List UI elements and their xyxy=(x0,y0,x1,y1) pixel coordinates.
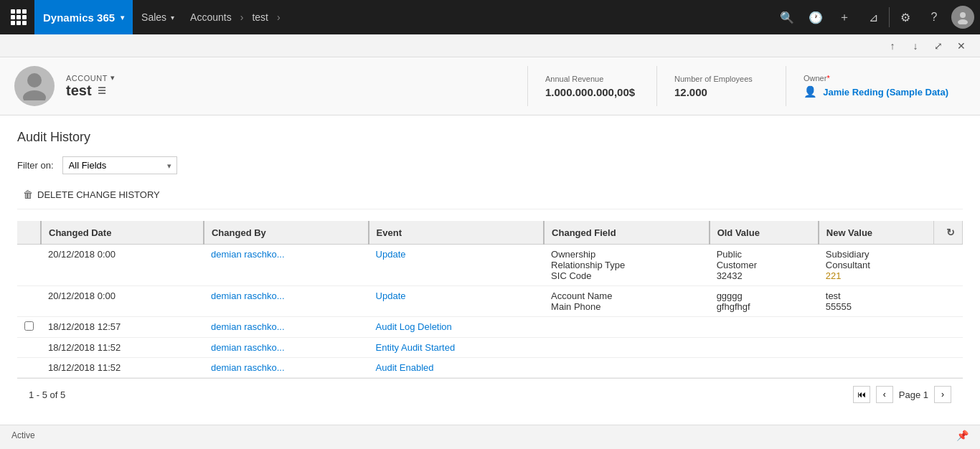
changed-date-cell: 18/12/2018 11:52 xyxy=(41,338,204,358)
event-cell: Entity Audit Started xyxy=(369,338,545,358)
expand-btn[interactable]: ⤢ xyxy=(928,36,948,56)
filter-select-wrap: All Fields Changed By Changed Date Event… xyxy=(62,156,177,174)
owner-link[interactable]: Jamie Reding (Sample Data) xyxy=(823,87,948,98)
help-btn[interactable]: ? xyxy=(920,0,948,34)
status-text: Active xyxy=(11,430,35,440)
employees-value: 12.000 xyxy=(674,86,768,98)
audit-history-title: Audit History xyxy=(17,130,963,145)
changed-field-cell xyxy=(544,338,710,358)
changed-date-cell: 20/12/2018 0:00 xyxy=(41,245,204,286)
add-btn[interactable]: ＋ xyxy=(830,0,859,34)
old-value-cell xyxy=(710,317,819,338)
old-value-col-header: Old Value xyxy=(710,221,819,245)
audit-table-body: 20/12/2018 0:00 demian raschko... Update… xyxy=(17,245,963,378)
event-link[interactable]: Update xyxy=(376,249,406,260)
prev-page-btn[interactable]: ‹ xyxy=(876,386,893,403)
event-link[interactable]: Entity Audit Started xyxy=(376,342,456,353)
changed-by-cell: demian raschko... xyxy=(204,245,369,286)
user-icon xyxy=(956,10,970,24)
scroll-down-btn[interactable]: ↓ xyxy=(905,36,925,56)
entity-avatar xyxy=(14,66,55,106)
breadcrumb-test[interactable]: test xyxy=(248,11,273,23)
breadcrumb: Accounts › test › xyxy=(183,11,288,23)
old-value-cell xyxy=(710,338,819,358)
toolbar-row: 🗑 DELETE CHANGE HISTORY xyxy=(17,186,963,209)
changed-by-link[interactable]: demian raschko... xyxy=(211,342,285,353)
header-metrics: Annual Revenue 1.000.000.000,00$ Number … xyxy=(527,66,966,106)
event-link[interactable]: Audit Log Deletion xyxy=(376,321,452,332)
new-value-sic: 221 xyxy=(826,270,842,281)
search-btn[interactable]: 🔍 xyxy=(773,0,801,34)
changed-field-cell xyxy=(544,317,710,338)
entity-menu-icon[interactable]: ☰ xyxy=(98,85,106,96)
row-checkbox[interactable] xyxy=(24,321,34,331)
app-name-label: Dynamics 365 xyxy=(43,11,115,24)
event-link[interactable]: Audit Enabled xyxy=(376,362,434,373)
event-col-header: Event xyxy=(369,221,545,245)
svg-point-1 xyxy=(958,19,968,24)
pagination: ⏮ ‹ Page 1 › xyxy=(853,386,951,403)
user-avatar[interactable] xyxy=(951,6,974,29)
delete-btn-label: DELETE CHANGE HISTORY xyxy=(37,189,160,200)
employees-metric: Number of Employees 12.000 xyxy=(656,66,786,106)
owner-person-icon: 👤 xyxy=(804,85,817,98)
next-page-btn[interactable]: › xyxy=(934,386,951,403)
table-row: 20/12/2018 0:00 demian raschko... Update… xyxy=(17,245,963,286)
entity-info: ACCOUNT ▾ test ☰ xyxy=(66,66,115,106)
module-label: Sales xyxy=(141,11,166,23)
new-value-cell: SubsidiaryConsultant221 xyxy=(819,245,934,286)
new-value-cell xyxy=(819,317,934,338)
table-row: 20/12/2018 0:00 demian raschko... Update… xyxy=(17,286,963,317)
table-row: 18/12/2018 11:52 demian raschko... Audit… xyxy=(17,358,963,378)
audit-table: Changed Date Changed By Event Changed Fi… xyxy=(17,221,963,378)
refresh-btn[interactable]: ↻ xyxy=(946,227,955,238)
first-page-btn[interactable]: ⏮ xyxy=(853,386,870,403)
checkbox-cell[interactable] xyxy=(17,317,41,338)
owner-value: 👤 Jamie Reding (Sample Data) xyxy=(804,85,948,98)
waffle-icon xyxy=(11,9,27,25)
filter-select[interactable]: All Fields Changed By Changed Date Event… xyxy=(62,156,177,174)
owner-label: Owner* xyxy=(804,74,948,82)
record-count: 1 - 5 of 5 xyxy=(29,389,65,400)
changed-by-link[interactable]: demian raschko... xyxy=(211,290,285,301)
changed-date-cell: 20/12/2018 0:00 xyxy=(41,286,204,317)
row-empty-col xyxy=(934,245,963,286)
entity-type-chevron-icon[interactable]: ▾ xyxy=(110,73,116,82)
event-link[interactable]: Update xyxy=(376,290,406,301)
settings-btn[interactable]: ⚙ xyxy=(891,0,920,34)
changed-by-link[interactable]: demian raschko... xyxy=(211,321,285,332)
scroll-up-btn[interactable]: ↑ xyxy=(882,36,903,56)
app-name-btn[interactable]: Dynamics 365 ▾ xyxy=(34,0,133,34)
row-empty-col xyxy=(934,317,963,338)
checkbox-cell xyxy=(17,338,41,358)
filter-btn[interactable]: ⊿ xyxy=(859,0,887,34)
changed-field-cell xyxy=(544,358,710,378)
waffle-menu[interactable] xyxy=(6,4,32,30)
breadcrumb-accounts[interactable]: Accounts xyxy=(186,11,236,23)
entity-name: test ☰ xyxy=(66,82,115,99)
recent-btn[interactable]: 🕐 xyxy=(801,0,830,34)
owner-required-star: * xyxy=(826,74,829,82)
changed-field-col-header: Changed Field xyxy=(544,221,710,245)
svg-point-2 xyxy=(27,73,42,88)
new-value-cell: test55555 xyxy=(819,286,934,317)
changed-date-col-header: Changed Date xyxy=(41,221,204,245)
pin-icon[interactable]: 📌 xyxy=(956,430,969,441)
changed-by-link[interactable]: demian raschko... xyxy=(211,249,285,260)
changed-by-link[interactable]: demian raschko... xyxy=(211,362,285,373)
entity-type-label: ACCOUNT ▾ xyxy=(66,73,115,82)
status-bar: Active 📌 xyxy=(0,425,980,445)
audit-table-header: Changed Date Changed By Event Changed Fi… xyxy=(17,221,963,245)
employees-label: Number of Employees xyxy=(674,75,768,83)
changed-by-cell: demian raschko... xyxy=(204,338,369,358)
changed-date-cell: 18/12/2018 11:52 xyxy=(41,358,204,378)
annual-revenue-metric: Annual Revenue 1.000.000.000,00$ xyxy=(527,66,656,106)
event-cell: Update xyxy=(369,286,545,317)
sub-navigation: ↑ ↓ ⤢ ✕ xyxy=(0,34,980,57)
event-cell: Audit Log Deletion xyxy=(369,317,545,338)
close-panel-btn[interactable]: ✕ xyxy=(951,36,971,56)
delete-change-history-btn[interactable]: 🗑 DELETE CHANGE HISTORY xyxy=(17,186,166,203)
old-value-cell: PublicCustomer32432 xyxy=(710,245,819,286)
checkbox-cell xyxy=(17,358,41,378)
module-btn[interactable]: Sales ▾ xyxy=(133,0,183,34)
